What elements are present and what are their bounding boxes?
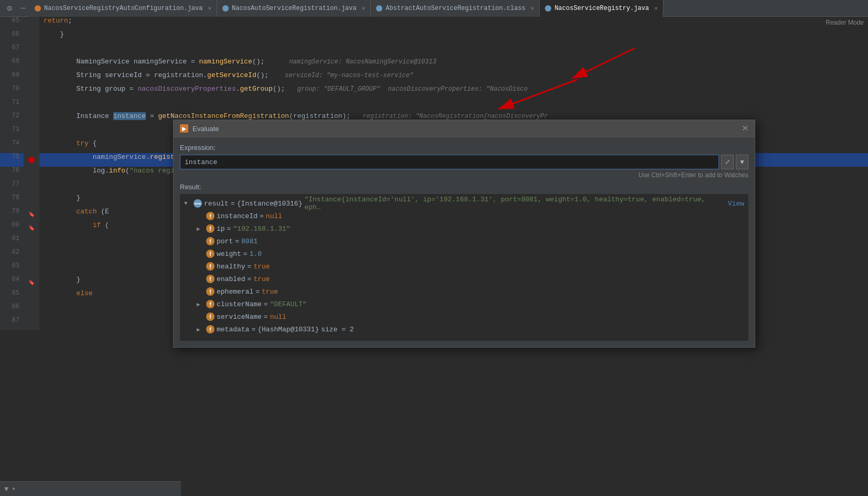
view-link[interactable]: View bbox=[728, 200, 744, 208]
line-gutter bbox=[24, 99, 39, 112]
line-number: 66 bbox=[0, 30, 24, 44]
main-layout: Reader Mode 65 return; 66 } 67 bbox=[0, 17, 868, 496]
line-number: 75 bbox=[0, 153, 24, 167]
line-gutter bbox=[24, 30, 39, 44]
line-number: 83 bbox=[0, 262, 24, 276]
line-number: 80 bbox=[0, 221, 24, 235]
line-gutter bbox=[24, 235, 39, 249]
line-number: 68 bbox=[0, 58, 24, 71]
expand-ip[interactable]: ▶ bbox=[197, 225, 204, 232]
field-type-icon: f bbox=[206, 300, 215, 308]
line-number: 86 bbox=[0, 303, 24, 317]
expand-expression-button[interactable]: ⤢ bbox=[721, 155, 734, 169]
field-row-instanceId: ▶ f instanceId = null bbox=[184, 210, 744, 222]
line-gutter bbox=[24, 167, 39, 180]
line-gutter bbox=[24, 249, 39, 262]
line-number: 69 bbox=[0, 71, 24, 85]
expression-row: ⤢ ▼ bbox=[180, 155, 748, 169]
line-number: 81 bbox=[0, 235, 24, 249]
tab-nacos-service-registry[interactable]: NacosServiceRegistry.java ✕ bbox=[540, 0, 663, 17]
expression-dropdown-button[interactable]: ▼ bbox=[736, 155, 748, 169]
field-row-weight: ▶ f weight = 1.0 bbox=[184, 247, 744, 260]
collapse-arrow[interactable]: ▼ bbox=[184, 200, 191, 207]
tab-label: NacosServiceRegistry.java bbox=[554, 5, 649, 12]
line-gutter-79: 🔖 bbox=[24, 208, 39, 221]
bookmark-icon: 🔖 bbox=[28, 211, 35, 218]
tab-close-icon[interactable]: ✕ bbox=[531, 5, 534, 12]
line-number: 84 bbox=[0, 276, 24, 289]
code-line-69: 69 String serviceId = registration.getSe… bbox=[0, 71, 868, 85]
field-value: null bbox=[270, 313, 286, 321]
dropdown-arrow-icon[interactable]: ▾ bbox=[12, 485, 15, 493]
reader-mode-button[interactable]: Reader Mode bbox=[821, 17, 868, 28]
field-name: ephemeral bbox=[217, 288, 253, 296]
field-type-icon: f bbox=[206, 237, 215, 245]
line-gutter bbox=[24, 180, 39, 194]
line-gutter bbox=[24, 289, 39, 303]
line-content: return; bbox=[39, 17, 868, 30]
evaluate-dialog: ▶ Evaluate ✕ Expression: ⤢ ▼ Use Ctrl+Sh… bbox=[173, 120, 755, 348]
result-string: "Instance{instanceId='null', ip='192.168… bbox=[304, 196, 725, 211]
tab-close-icon[interactable]: ✕ bbox=[208, 5, 211, 12]
filter-icon[interactable]: ▼ bbox=[4, 485, 8, 493]
line-gutter bbox=[24, 71, 39, 85]
code-line-70: 70 String group = nacosDiscoveryProperti… bbox=[0, 85, 868, 99]
line-content: } bbox=[39, 30, 868, 44]
tab-close-icon[interactable]: ✕ bbox=[362, 5, 366, 12]
line-content: String group = nacosDiscoveryProperties.… bbox=[39, 85, 868, 99]
field-type-icon: f bbox=[206, 224, 215, 233]
result-field-name: result bbox=[204, 200, 229, 208]
keyboard-hint: Use Ctrl+Shift+Enter to add to Watches bbox=[180, 171, 748, 179]
line-gutter bbox=[24, 262, 39, 276]
field-name: healthy bbox=[217, 263, 245, 271]
result-type-icon: ∞∞ bbox=[194, 199, 202, 208]
result-label: Result: bbox=[180, 183, 748, 191]
line-number: 73 bbox=[0, 126, 24, 139]
expression-input[interactable] bbox=[180, 155, 719, 169]
field-name: port bbox=[217, 238, 233, 245]
result-root-row: ▼ ∞∞ result = {Instance@10316} "Instance… bbox=[184, 197, 744, 210]
dialog-close-button[interactable]: ✕ bbox=[742, 124, 748, 133]
line-gutter-75 bbox=[24, 153, 39, 167]
tab-nacos-autoservice-registration[interactable]: NacosAutoServiceRegistration.java ✕ bbox=[217, 0, 371, 17]
line-number: 78 bbox=[0, 194, 24, 208]
field-name: metadata bbox=[217, 326, 249, 333]
field-value: true bbox=[253, 263, 270, 271]
expand-clusterName[interactable]: ▶ bbox=[197, 301, 204, 308]
line-gutter bbox=[24, 194, 39, 208]
tab-close-icon-active[interactable]: ✕ bbox=[654, 5, 658, 12]
expand-metadata[interactable]: ▶ bbox=[197, 326, 204, 333]
breakpoint-icon bbox=[28, 157, 35, 163]
line-number: 65 bbox=[0, 17, 24, 30]
field-value: true bbox=[262, 288, 278, 296]
field-name: serviceName bbox=[217, 313, 262, 321]
tab-abstract-autoservice-registration[interactable]: AbstractAutoServiceRegistration.class ✕ bbox=[371, 0, 540, 17]
code-line-71: 71 bbox=[0, 99, 868, 112]
field-extra: size = 2 bbox=[321, 326, 353, 333]
field-type-icon: f bbox=[206, 212, 215, 220]
field-value: true bbox=[253, 275, 270, 283]
field-name: instanceId bbox=[217, 212, 258, 220]
field-row-clusterName: ▶ f clusterName = "DEFAULT" bbox=[184, 298, 744, 310]
field-value: null bbox=[266, 212, 282, 220]
line-gutter bbox=[24, 126, 39, 139]
dialog-body: Expression: ⤢ ▼ Use Ctrl+Shift+Enter to … bbox=[174, 137, 755, 347]
field-value: 8081 bbox=[241, 238, 258, 245]
field-type-icon: f bbox=[206, 312, 215, 321]
tab-icon-java-active bbox=[545, 5, 551, 12]
field-type-icon: f bbox=[206, 287, 215, 296]
line-gutter bbox=[24, 58, 39, 71]
bottom-bar: ▼ ▾ bbox=[0, 481, 181, 496]
dialog-titlebar: ▶ Evaluate ✕ bbox=[174, 120, 755, 137]
bookmark-icon: 🔖 bbox=[28, 279, 35, 286]
dialog-title: Evaluate bbox=[192, 125, 219, 133]
field-value: 1.0 bbox=[250, 250, 262, 258]
minimize-icon[interactable]: — bbox=[17, 0, 29, 17]
settings-icon[interactable]: ⚙ bbox=[2, 0, 17, 17]
result-tree: ▼ ∞∞ result = {Instance@10316} "Instance… bbox=[180, 194, 748, 341]
line-number: 82 bbox=[0, 249, 24, 262]
tab-icon-java bbox=[35, 5, 41, 12]
line-gutter bbox=[24, 44, 39, 58]
line-gutter bbox=[24, 17, 39, 30]
tab-nacos-service-registry-autoconfig[interactable]: NacosServiceRegistryAutoConfiguration.ja… bbox=[29, 0, 217, 17]
